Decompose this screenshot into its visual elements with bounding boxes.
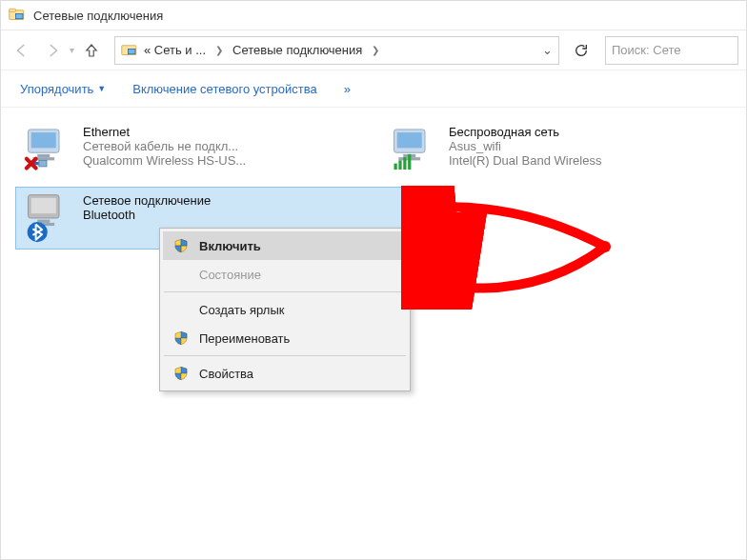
svg-rect-19 — [31, 198, 56, 213]
svg-rect-9 — [39, 160, 47, 167]
context-create-shortcut[interactable]: Создать ярлык — [163, 295, 407, 324]
context-enable-label: Включить — [199, 239, 261, 253]
svg-rect-2 — [16, 14, 24, 19]
connection-device: Intel(R) Dual Band Wireless — [449, 153, 601, 168]
svg-rect-7 — [37, 154, 50, 157]
connection-status: Asus_wifi — [449, 139, 601, 153]
connections-pane: Ethernet Сетевой кабель не подкл... Qual… — [1, 108, 746, 260]
window-title: Сетевые подключения — [33, 9, 163, 23]
breadcrumb-root[interactable]: « Сеть и ... — [142, 43, 208, 57]
address-dropdown-icon[interactable]: ⌄ — [542, 43, 553, 57]
connection-name-line2: Bluetooth — [83, 208, 211, 222]
address-bar[interactable]: « Сеть и ... ❯ Сетевые подключения ❯ ⌄ — [114, 36, 559, 65]
context-status-label: Состояние — [199, 268, 261, 282]
network-folder-icon — [121, 42, 138, 59]
shield-icon — [172, 330, 190, 347]
context-rename-label: Переименовать — [199, 331, 290, 346]
svg-rect-6 — [31, 132, 56, 148]
connection-device: Qualcomm Wireless HS-US... — [83, 153, 246, 168]
connection-name: Ethernet — [83, 125, 246, 139]
network-folder-icon — [9, 7, 26, 24]
connection-item-wifi[interactable]: Беспроводная сеть Asus_wifi Intel(R) Dua… — [382, 119, 725, 180]
context-menu: Включить Состояние Создать ярлык Переиме… — [159, 228, 411, 391]
forward-button[interactable] — [39, 37, 66, 64]
enable-device-button[interactable]: Включение сетевого устройства — [132, 82, 316, 96]
context-properties[interactable]: Свойства — [163, 359, 407, 388]
breadcrumb-current[interactable]: Сетевые подключения — [231, 43, 364, 57]
recent-dropdown-icon[interactable]: ▾ — [70, 45, 74, 55]
chevron-down-icon: ▼ — [97, 84, 106, 93]
context-status: Состояние — [163, 260, 407, 289]
organize-menu[interactable]: Упорядочить ▼ — [20, 82, 106, 96]
command-bar: Упорядочить ▼ Включение сетевого устройс… — [1, 70, 746, 108]
overflow-label: » — [344, 82, 351, 96]
chevron-right-icon[interactable]: ❯ — [368, 45, 383, 55]
context-rename[interactable]: Переименовать — [163, 324, 407, 352]
back-button[interactable] — [9, 37, 35, 64]
svg-rect-17 — [408, 154, 411, 170]
nav-bar: ▾ « Сеть и ... ❯ Сетевые подключения ❯ ⌄… — [1, 30, 746, 70]
connection-status: Сетевой кабель не подкл... — [83, 139, 246, 153]
svg-rect-15 — [398, 160, 401, 170]
shield-icon — [172, 237, 190, 254]
svg-rect-11 — [397, 132, 422, 148]
connection-name: Беспроводная сеть — [449, 125, 601, 139]
ethernet-icon — [22, 125, 71, 174]
context-enable[interactable]: Включить — [163, 231, 407, 260]
up-button[interactable] — [78, 37, 105, 64]
annotation-arrows — [401, 186, 630, 310]
connection-item-ethernet[interactable]: Ethernet Сетевой кабель не подкл... Qual… — [16, 119, 359, 180]
svg-rect-4 — [129, 49, 136, 53]
context-properties-label: Свойства — [199, 367, 253, 381]
search-input[interactable]: Поиск: Сете — [605, 36, 738, 65]
bluetooth-icon — [22, 193, 71, 243]
enable-device-label: Включение сетевого устройства — [132, 82, 316, 96]
svg-rect-14 — [394, 164, 397, 170]
svg-rect-1 — [10, 9, 16, 11]
svg-rect-16 — [403, 157, 406, 170]
title-bar: Сетевые подключения — [1, 1, 746, 30]
svg-point-23 — [599, 241, 611, 252]
toolbar-overflow-button[interactable]: » — [344, 82, 351, 96]
organize-label: Упорядочить — [20, 82, 93, 96]
chevron-right-icon[interactable]: ❯ — [212, 45, 227, 55]
menu-separator — [164, 291, 406, 292]
wifi-icon — [388, 125, 437, 174]
menu-separator — [164, 355, 406, 356]
connection-name-line1: Сетевое подключение — [83, 193, 211, 208]
context-shortcut-label: Создать ярлык — [199, 303, 284, 317]
shield-icon — [172, 365, 190, 382]
refresh-button[interactable] — [567, 36, 596, 65]
